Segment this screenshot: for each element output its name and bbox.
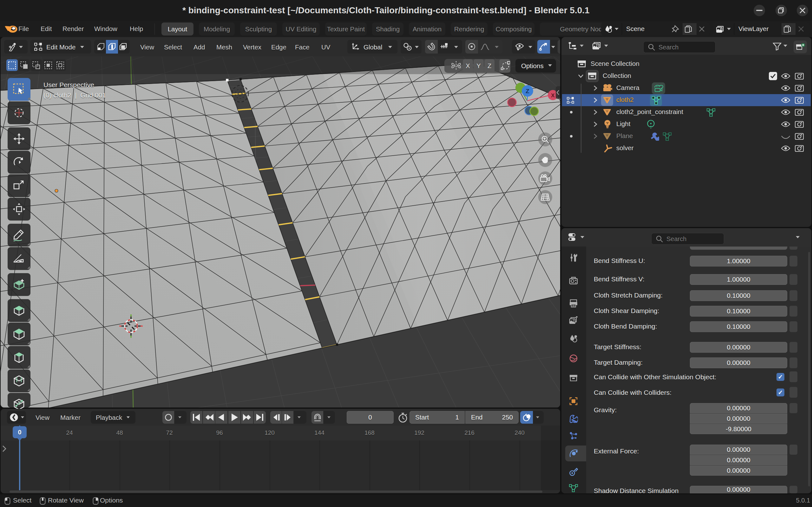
svg-text:X: X [551, 93, 555, 99]
svg-text:Z: Z [525, 88, 529, 95]
